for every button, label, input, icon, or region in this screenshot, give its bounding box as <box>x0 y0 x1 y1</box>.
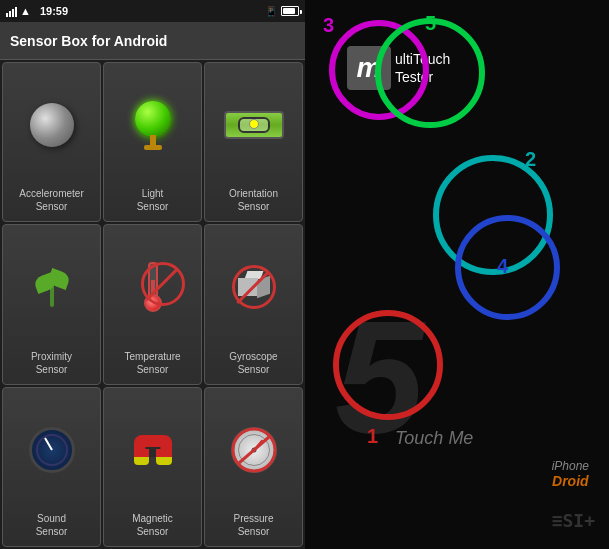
sensor-cell-orientation[interactable]: OrientationSensor <box>204 62 303 222</box>
accelerometer-label: AccelerometerSensor <box>19 187 83 213</box>
circle-label-1: 1 <box>367 425 378 448</box>
sound-icon <box>29 427 75 473</box>
watermark-iphone: iPhone <box>552 459 589 473</box>
sound-label: SoundSensor <box>36 512 68 538</box>
touch-circle-1[interactable] <box>333 310 443 420</box>
sensor-cell-accelerometer[interactable]: AccelerometerSensor <box>2 62 101 222</box>
pressure-label: PressureSensor <box>233 512 273 538</box>
magnet-right-leg <box>156 449 171 465</box>
pressure-icon-wrapper <box>229 425 279 475</box>
circle-label-4: 4 <box>497 255 508 278</box>
sensor-cell-proximity[interactable]: ProximitySensor <box>2 224 101 384</box>
orientation-icon-area <box>205 63 302 187</box>
sensor-cell-magnetic[interactable]: MagneticSensor <box>103 387 202 547</box>
light-stand-icon <box>150 135 156 145</box>
magnet-left-leg <box>134 449 149 465</box>
orientation-label: OrientationSensor <box>229 187 278 213</box>
gauge-inner <box>36 434 68 466</box>
temperature-icon-area <box>104 225 201 349</box>
watermark-droid: Droid <box>552 473 589 489</box>
light-orb-icon <box>135 101 171 137</box>
accelerometer-icon <box>30 103 74 147</box>
sensor-cell-light[interactable]: LightSensor <box>103 62 202 222</box>
no-circle-overlay <box>141 262 185 306</box>
sensor-cell-temperature[interactable]: TemperatureSensor <box>103 224 202 384</box>
watermark: iPhone Droid <box>552 459 589 489</box>
sensor-cell-gyroscope[interactable]: GyroscopeSensor <box>204 224 303 384</box>
pressure-no-icon <box>229 425 279 475</box>
light-icon-wrapper <box>135 101 171 150</box>
circle-label-3: 3 <box>323 14 334 37</box>
proximity-label: ProximitySensor <box>31 350 72 376</box>
sound-icon-area <box>3 388 100 512</box>
gyroscope-label: GyroscopeSensor <box>229 350 277 376</box>
phone-icon: 📱 <box>265 6 277 17</box>
circle-label-5: 5 <box>425 12 436 35</box>
pressure-icon-area <box>205 388 302 512</box>
battery-icon <box>281 6 299 16</box>
sensor-grid: AccelerometerSensor LightSensor Orientat… <box>0 60 305 549</box>
sensor-cell-sound[interactable]: SoundSensor <box>2 387 101 547</box>
temperature-icon <box>141 262 165 312</box>
left-panel: ▲ 19:59 📱 Sensor Box for Android Acceler… <box>0 0 305 549</box>
signal-icon <box>6 5 17 17</box>
light-icon-area <box>104 63 201 187</box>
accelerometer-icon-area <box>3 63 100 187</box>
status-right: 📱 <box>265 6 299 17</box>
gyro-no-icon <box>232 265 276 309</box>
orientation-icon <box>224 111 284 139</box>
wifi-icon: ▲ <box>20 5 31 17</box>
status-bar: ▲ 19:59 📱 <box>0 0 305 22</box>
temperature-label: TemperatureSensor <box>124 350 180 376</box>
touch-me-label: Touch Me <box>395 428 473 449</box>
magnet-shape <box>134 435 172 465</box>
gyroscope-icon <box>232 265 276 309</box>
circle-label-2: 2 <box>525 148 536 171</box>
svg-line-1 <box>239 437 269 463</box>
light-label: LightSensor <box>137 187 169 213</box>
bottom-logo: ≡SI+ <box>552 510 595 531</box>
status-left: ▲ 19:59 <box>6 5 68 17</box>
app-title-bar: Sensor Box for Android <box>0 22 305 60</box>
gauge-needle <box>44 437 53 450</box>
magnetic-icon <box>128 428 178 472</box>
magnetic-label: MagneticSensor <box>132 512 173 538</box>
right-panel[interactable]: 5 m ultiTouchTester 3 5 2 4 1 Touch Me i… <box>305 0 609 549</box>
app-title: Sensor Box for Android <box>10 33 167 49</box>
sensor-cell-pressure[interactable]: PressureSensor <box>204 387 303 547</box>
time-display: 19:59 <box>40 5 68 17</box>
gyroscope-icon-area <box>205 225 302 349</box>
proximity-icon-area <box>3 225 100 349</box>
proximity-icon <box>27 265 77 309</box>
light-base-icon <box>144 145 162 150</box>
magnetic-icon-area <box>104 388 201 512</box>
